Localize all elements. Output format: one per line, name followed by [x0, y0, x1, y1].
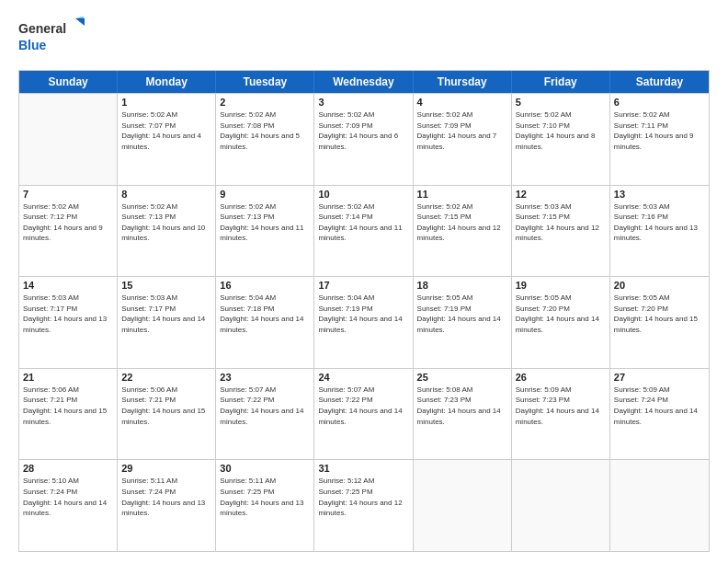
day-info: Sunrise: 5:04 AM Sunset: 7:19 PM Dayligh…	[318, 293, 408, 335]
day-number: 9	[220, 189, 310, 200]
day-number: 12	[516, 189, 606, 200]
calendar-cell: 7Sunrise: 5:02 AM Sunset: 7:12 PM Daylig…	[19, 186, 118, 277]
day-number: 31	[318, 463, 408, 474]
day-info: Sunrise: 5:02 AM Sunset: 7:13 PM Dayligh…	[121, 201, 211, 244]
day-info: Sunrise: 5:02 AM Sunset: 7:07 PM Dayligh…	[121, 109, 211, 152]
day-info: Sunrise: 5:07 AM Sunset: 7:22 PM Dayligh…	[318, 385, 408, 427]
day-number: 15	[121, 280, 211, 291]
day-number: 26	[516, 372, 606, 383]
calendar-cell: 14Sunrise: 5:03 AM Sunset: 7:17 PM Dayli…	[19, 277, 118, 368]
calendar-cell: 27Sunrise: 5:09 AM Sunset: 7:24 PM Dayli…	[610, 369, 709, 460]
day-number: 23	[220, 372, 310, 383]
calendar-row: 1Sunrise: 5:02 AM Sunset: 7:07 PM Daylig…	[19, 93, 709, 185]
day-number: 19	[516, 280, 606, 291]
calendar: SundayMondayTuesdayWednesdayThursdayFrid…	[18, 70, 710, 552]
day-info: Sunrise: 5:12 AM Sunset: 7:25 PM Dayligh…	[318, 476, 408, 518]
day-number: 14	[23, 280, 113, 291]
calendar-cell: 24Sunrise: 5:07 AM Sunset: 7:22 PM Dayli…	[314, 369, 413, 460]
day-info: Sunrise: 5:05 AM Sunset: 7:20 PM Dayligh…	[516, 293, 606, 335]
day-number: 5	[516, 97, 606, 108]
calendar-cell: 6Sunrise: 5:02 AM Sunset: 7:11 PM Daylig…	[610, 94, 709, 185]
day-number: 29	[121, 463, 211, 474]
day-number: 8	[121, 189, 211, 200]
calendar-cell: 31Sunrise: 5:12 AM Sunset: 7:25 PM Dayli…	[314, 460, 413, 551]
day-info: Sunrise: 5:02 AM Sunset: 7:09 PM Dayligh…	[417, 109, 507, 152]
calendar-cell: 23Sunrise: 5:07 AM Sunset: 7:22 PM Dayli…	[216, 369, 314, 460]
calendar-cell: 22Sunrise: 5:06 AM Sunset: 7:21 PM Dayli…	[118, 369, 216, 460]
day-number: 28	[23, 463, 113, 474]
day-number: 24	[318, 372, 408, 383]
svg-text:General: General	[18, 21, 66, 36]
cal-header-cell: Friday	[512, 71, 610, 93]
day-info: Sunrise: 5:03 AM Sunset: 7:17 PM Dayligh…	[121, 293, 211, 335]
calendar-cell: 20Sunrise: 5:05 AM Sunset: 7:20 PM Dayli…	[610, 277, 709, 368]
calendar-cell: 18Sunrise: 5:05 AM Sunset: 7:19 PM Dayli…	[414, 277, 512, 368]
day-number: 18	[417, 280, 507, 291]
day-info: Sunrise: 5:02 AM Sunset: 7:15 PM Dayligh…	[417, 201, 507, 244]
calendar-row: 28Sunrise: 5:10 AM Sunset: 7:24 PM Dayli…	[19, 459, 709, 551]
cal-header-cell: Thursday	[414, 71, 512, 93]
calendar-header-row: SundayMondayTuesdayWednesdayThursdayFrid…	[19, 71, 709, 93]
day-number: 4	[417, 97, 507, 108]
calendar-cell: 30Sunrise: 5:11 AM Sunset: 7:25 PM Dayli…	[216, 460, 314, 551]
day-number: 25	[417, 372, 507, 383]
logo-svg: General Blue	[18, 17, 92, 61]
day-number: 7	[23, 189, 113, 200]
calendar-cell: 15Sunrise: 5:03 AM Sunset: 7:17 PM Dayli…	[118, 277, 216, 368]
calendar-cell: 9Sunrise: 5:02 AM Sunset: 7:13 PM Daylig…	[216, 186, 314, 277]
day-number: 1	[121, 97, 211, 108]
calendar-cell: 12Sunrise: 5:03 AM Sunset: 7:15 PM Dayli…	[512, 186, 610, 277]
day-number: 6	[614, 97, 705, 108]
calendar-row: 14Sunrise: 5:03 AM Sunset: 7:17 PM Dayli…	[19, 276, 709, 368]
day-number: 16	[220, 280, 310, 291]
day-number: 21	[23, 372, 113, 383]
calendar-cell: 28Sunrise: 5:10 AM Sunset: 7:24 PM Dayli…	[19, 460, 118, 551]
calendar-cell: 19Sunrise: 5:05 AM Sunset: 7:20 PM Dayli…	[512, 277, 610, 368]
day-info: Sunrise: 5:05 AM Sunset: 7:19 PM Dayligh…	[417, 293, 507, 335]
calendar-cell	[610, 460, 709, 551]
calendar-cell: 11Sunrise: 5:02 AM Sunset: 7:15 PM Dayli…	[414, 186, 512, 277]
calendar-cell	[414, 460, 512, 551]
day-info: Sunrise: 5:11 AM Sunset: 7:24 PM Dayligh…	[121, 476, 211, 518]
calendar-cell: 17Sunrise: 5:04 AM Sunset: 7:19 PM Dayli…	[314, 277, 413, 368]
svg-marker-2	[75, 17, 85, 18]
day-info: Sunrise: 5:10 AM Sunset: 7:24 PM Dayligh…	[23, 476, 113, 518]
day-info: Sunrise: 5:02 AM Sunset: 7:12 PM Dayligh…	[23, 201, 113, 244]
day-number: 11	[417, 189, 507, 200]
calendar-cell: 1Sunrise: 5:02 AM Sunset: 7:07 PM Daylig…	[118, 94, 216, 185]
day-number: 2	[220, 97, 310, 108]
cal-header-cell: Sunday	[19, 71, 118, 93]
calendar-cell	[19, 94, 118, 185]
day-info: Sunrise: 5:09 AM Sunset: 7:24 PM Dayligh…	[614, 385, 705, 427]
day-number: 27	[614, 372, 705, 383]
day-number: 20	[614, 280, 705, 291]
day-number: 17	[318, 280, 408, 291]
calendar-cell: 21Sunrise: 5:06 AM Sunset: 7:21 PM Dayli…	[19, 369, 118, 460]
day-info: Sunrise: 5:05 AM Sunset: 7:20 PM Dayligh…	[614, 293, 705, 335]
calendar-cell: 5Sunrise: 5:02 AM Sunset: 7:10 PM Daylig…	[512, 94, 610, 185]
day-info: Sunrise: 5:04 AM Sunset: 7:18 PM Dayligh…	[220, 293, 310, 335]
day-number: 3	[318, 97, 408, 108]
day-info: Sunrise: 5:07 AM Sunset: 7:22 PM Dayligh…	[220, 385, 310, 427]
day-info: Sunrise: 5:06 AM Sunset: 7:21 PM Dayligh…	[23, 385, 113, 427]
day-number: 22	[121, 372, 211, 383]
calendar-cell: 26Sunrise: 5:09 AM Sunset: 7:23 PM Dayli…	[512, 369, 610, 460]
day-info: Sunrise: 5:02 AM Sunset: 7:13 PM Dayligh…	[220, 201, 310, 244]
day-info: Sunrise: 5:06 AM Sunset: 7:21 PM Dayligh…	[121, 385, 211, 427]
day-number: 30	[220, 463, 310, 474]
day-info: Sunrise: 5:02 AM Sunset: 7:14 PM Dayligh…	[318, 201, 408, 244]
page: General Blue SundayMondayTuesdayWednesda…	[0, 0, 728, 563]
day-info: Sunrise: 5:02 AM Sunset: 7:09 PM Dayligh…	[318, 109, 408, 152]
cal-header-cell: Saturday	[610, 71, 709, 93]
header: General Blue	[18, 17, 710, 61]
logo: General Blue	[18, 17, 92, 61]
calendar-row: 21Sunrise: 5:06 AM Sunset: 7:21 PM Dayli…	[19, 368, 709, 460]
svg-marker-1	[75, 18, 85, 26]
calendar-cell: 29Sunrise: 5:11 AM Sunset: 7:24 PM Dayli…	[118, 460, 216, 551]
day-info: Sunrise: 5:11 AM Sunset: 7:25 PM Dayligh…	[220, 476, 310, 518]
calendar-cell: 3Sunrise: 5:02 AM Sunset: 7:09 PM Daylig…	[314, 94, 413, 185]
day-info: Sunrise: 5:02 AM Sunset: 7:11 PM Dayligh…	[614, 109, 705, 152]
day-info: Sunrise: 5:02 AM Sunset: 7:10 PM Dayligh…	[516, 109, 606, 152]
calendar-cell: 10Sunrise: 5:02 AM Sunset: 7:14 PM Dayli…	[314, 186, 413, 277]
day-info: Sunrise: 5:03 AM Sunset: 7:15 PM Dayligh…	[516, 201, 606, 244]
